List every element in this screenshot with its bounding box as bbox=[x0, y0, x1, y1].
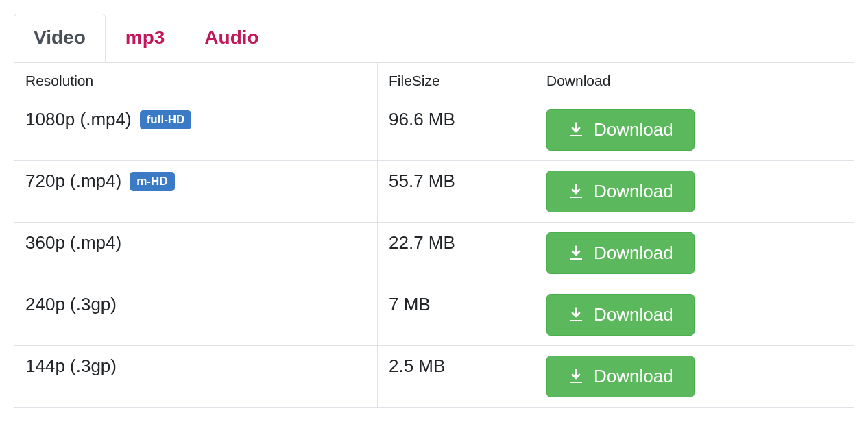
resolution-cell: 1080p (.mp4)full-HD bbox=[14, 99, 378, 161]
quality-badge: full-HD bbox=[140, 110, 192, 129]
filesize-cell: 22.7 MB bbox=[378, 223, 535, 284]
download-button[interactable]: Download bbox=[546, 171, 695, 212]
download-button-label: Download bbox=[594, 181, 673, 202]
resolution-cell: 144p (.3gp) bbox=[14, 346, 378, 408]
download-cell: Download bbox=[535, 161, 854, 223]
download-button[interactable]: Download bbox=[546, 232, 695, 274]
header-download: Download bbox=[535, 63, 854, 99]
filesize-cell: 96.6 MB bbox=[378, 99, 535, 161]
resolution-cell: 240p (.3gp) bbox=[14, 284, 378, 346]
quality-badge: m-HD bbox=[130, 172, 174, 191]
filesize-cell: 7 MB bbox=[378, 284, 535, 346]
table-row: 240p (.3gp)7 MBDownload bbox=[14, 284, 854, 346]
download-button-label: Download bbox=[594, 366, 673, 387]
download-icon bbox=[568, 122, 584, 138]
resolution-label: 720p (.mp4) bbox=[25, 171, 121, 192]
download-button[interactable]: Download bbox=[546, 356, 695, 397]
download-cell: Download bbox=[535, 99, 854, 161]
download-button-label: Download bbox=[594, 243, 673, 264]
download-icon bbox=[568, 184, 584, 200]
table-row: 1080p (.mp4)full-HD96.6 MBDownload bbox=[14, 99, 854, 161]
download-cell: Download bbox=[535, 223, 854, 284]
filesize-cell: 2.5 MB bbox=[378, 346, 535, 408]
download-button-label: Download bbox=[594, 304, 673, 325]
download-table: Resolution FileSize Download 1080p (.mp4… bbox=[14, 62, 854, 408]
table-row: 144p (.3gp)2.5 MBDownload bbox=[14, 346, 854, 408]
resolution-label: 360p (.mp4) bbox=[25, 232, 121, 253]
download-icon bbox=[568, 245, 584, 262]
download-icon bbox=[568, 369, 584, 385]
resolution-label: 240p (.3gp) bbox=[25, 294, 117, 315]
resolution-cell: 720p (.mp4)m-HD bbox=[14, 161, 378, 223]
filesize-cell: 55.7 MB bbox=[378, 161, 535, 223]
header-filesize: FileSize bbox=[378, 63, 535, 99]
tabs: Video mp3 Audio bbox=[14, 14, 854, 62]
resolution-label: 144p (.3gp) bbox=[25, 356, 117, 377]
table-row: 720p (.mp4)m-HD55.7 MBDownload bbox=[14, 161, 854, 223]
table-row: 360p (.mp4)22.7 MBDownload bbox=[14, 223, 854, 284]
resolution-label: 1080p (.mp4) bbox=[25, 109, 132, 130]
download-cell: Download bbox=[535, 346, 854, 408]
tab-mp3[interactable]: mp3 bbox=[106, 14, 185, 62]
download-button[interactable]: Download bbox=[546, 109, 695, 151]
header-resolution: Resolution bbox=[14, 63, 378, 99]
resolution-cell: 360p (.mp4) bbox=[14, 223, 378, 284]
download-button[interactable]: Download bbox=[546, 294, 695, 336]
download-button-label: Download bbox=[594, 119, 673, 140]
download-cell: Download bbox=[535, 284, 854, 346]
tab-video[interactable]: Video bbox=[14, 14, 106, 62]
download-icon bbox=[568, 307, 584, 323]
tab-audio[interactable]: Audio bbox=[184, 14, 278, 62]
